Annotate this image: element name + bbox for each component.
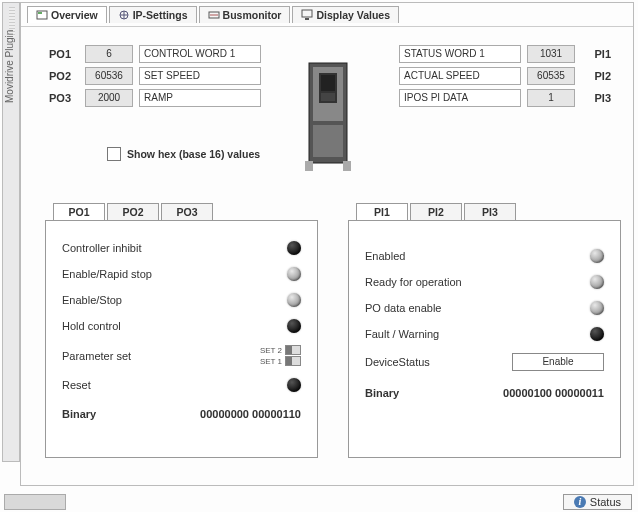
pi-podata-led [590,301,604,315]
po2-value[interactable]: 60536 [85,67,133,85]
pi2-value[interactable]: 60535 [527,67,575,85]
pi-enabled-label: Enabled [365,250,405,262]
plugin-side-tab[interactable]: Movidrive Plugin [2,2,20,462]
device-status-value: Enable [512,353,604,371]
pi-panel-tab-1[interactable]: PI1 [356,203,408,220]
po-binary-label: Binary [62,408,96,420]
po3-name[interactable]: RAMP [139,89,261,107]
pi3-name[interactable]: IPOS PI DATA [399,89,521,107]
status-button[interactable]: i Status [563,494,632,510]
po-panel-tab-2[interactable]: PO2 [107,203,159,220]
tab-bus-label: Busmonitor [223,9,282,21]
info-icon: i [574,496,586,508]
po-row-1: PO1 6 CONTROL WORD 1 [49,45,261,63]
pi-devstat-label: DeviceStatus [365,356,430,368]
status-button-label: Status [590,496,621,508]
svg-rect-12 [305,161,313,171]
footer-status-box [4,494,66,510]
po2-name[interactable]: SET SPEED [139,67,261,85]
device-image [303,61,353,173]
po-reset-label: Reset [62,379,91,391]
po-panel: PO1 PO2 PO3 Controller inhibit Enable/Ra… [45,203,318,458]
pi-podata-label: PO data enable [365,302,441,314]
po-binary-value: 00000000 00000110 [200,408,301,420]
pi-group: STATUS WORD 1 1031 PI1 ACTUAL SPEED 6053… [399,45,611,111]
tab-ip-settings[interactable]: IP-Settings [109,6,197,23]
po3-value[interactable]: 2000 [85,89,133,107]
svg-rect-9 [321,75,335,91]
po1-value[interactable]: 6 [85,45,133,63]
po-row-2: PO2 60536 SET SPEED [49,67,261,85]
busmonitor-icon [208,9,220,21]
po2-label: PO2 [49,70,79,82]
po-estop-label: Enable/Stop [62,294,122,306]
tab-display-label: Display Values [316,9,390,21]
po-hold-label: Hold control [62,320,121,332]
overview-icon [36,9,48,21]
tab-ip-label: IP-Settings [133,9,188,21]
pi-ready-label: Ready for operation [365,276,462,288]
po1-name[interactable]: CONTROL WORD 1 [139,45,261,63]
main-panel: Overview IP-Settings Busmonitor Display … [20,2,634,486]
pi1-label: PI1 [581,48,611,60]
pi-panel-tab-2[interactable]: PI2 [410,203,462,220]
tab-overview-label: Overview [51,9,98,21]
svg-rect-11 [313,125,343,157]
pi-ready-led [590,275,604,289]
po1-label: PO1 [49,48,79,60]
hex-toggle-row: Show hex (base 16) values [107,147,260,161]
hex-label: Show hex (base 16) values [127,148,260,160]
pi-enabled-led [590,249,604,263]
svg-rect-13 [343,161,351,171]
top-tabbar: Overview IP-Settings Busmonitor Display … [21,3,633,27]
svg-rect-1 [38,12,42,14]
pi-row-1: STATUS WORD 1 1031 PI1 [399,45,611,63]
pi-row-2: ACTUAL SPEED 60535 PI2 [399,67,611,85]
svg-rect-10 [321,93,335,101]
pi2-label: PI2 [581,70,611,82]
pi-panel: PI1 PI2 PI3 Enabled Ready for operation … [348,203,621,458]
tab-display-values[interactable]: Display Values [292,6,399,23]
pi-panel-tab-3[interactable]: PI3 [464,203,516,220]
pi-row-3: IPOS PI DATA 1 PI3 [399,89,611,107]
pi-fault-label: Fault / Warning [365,328,439,340]
tab-overview[interactable]: Overview [27,6,107,23]
display-icon [301,9,313,21]
pi-binary-label: Binary [365,387,399,399]
po-rapid-led[interactable] [287,267,301,281]
po-inhibit-label: Controller inhibit [62,242,141,254]
pi1-name[interactable]: STATUS WORD 1 [399,45,521,63]
po-panel-tab-1[interactable]: PO1 [53,203,105,220]
po-param-label: Parameter set [62,350,131,362]
plugin-side-label: Movidrive Plugin [4,30,15,103]
po-hold-led[interactable] [287,319,301,333]
ip-icon [118,9,130,21]
pi2-name[interactable]: ACTUAL SPEED [399,67,521,85]
pi3-label: PI3 [581,92,611,104]
po-group: PO1 6 CONTROL WORD 1 PO2 60536 SET SPEED… [49,45,261,111]
svg-rect-5 [305,18,309,20]
pi-fault-led [590,327,604,341]
footer: i Status [0,490,638,512]
pi1-value[interactable]: 1031 [527,45,575,63]
tab-busmonitor[interactable]: Busmonitor [199,6,291,23]
po3-label: PO3 [49,92,79,104]
po-rapid-label: Enable/Rapid stop [62,268,152,280]
hex-checkbox[interactable] [107,147,121,161]
po-inhibit-led[interactable] [287,241,301,255]
po-panel-tab-3[interactable]: PO3 [161,203,213,220]
pi-binary-value: 00000100 00000011 [503,387,604,399]
svg-rect-4 [302,10,312,17]
pi3-value[interactable]: 1 [527,89,575,107]
po-reset-led[interactable] [287,378,301,392]
parameter-set-switch[interactable]: SET 2 SET 1 [260,345,301,366]
po-row-3: PO3 2000 RAMP [49,89,261,107]
po-estop-led[interactable] [287,293,301,307]
